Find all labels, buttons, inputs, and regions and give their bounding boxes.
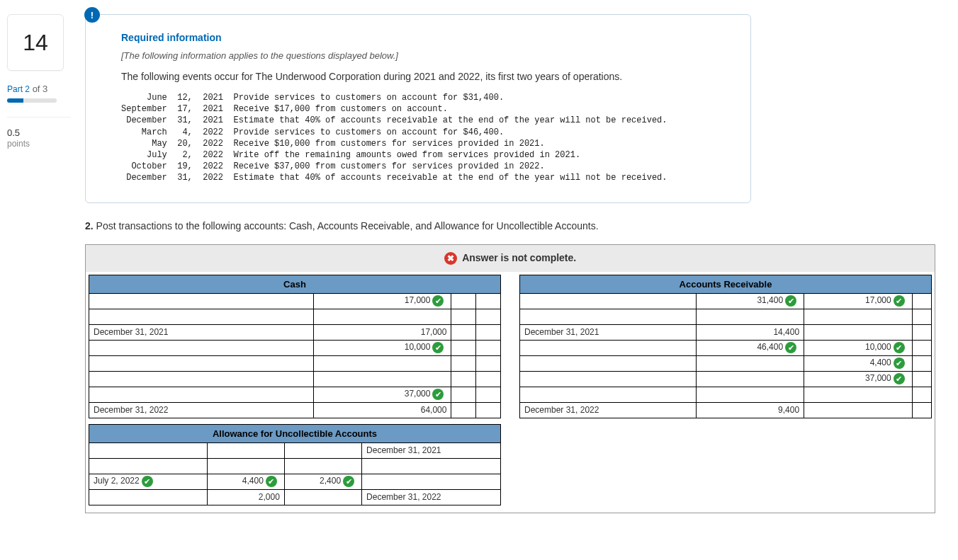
table: Allowance for Uncollectible AccountsDece…: [89, 424, 501, 505]
alert-icon: !: [84, 7, 100, 23]
credit-cell[interactable]: [451, 402, 476, 418]
points-value: 0.5: [7, 127, 85, 139]
debit-cell[interactable]: [207, 442, 284, 458]
credit-cell[interactable]: 37,000✔: [804, 371, 913, 387]
row-right-label[interactable]: [476, 340, 501, 355]
credit-cell[interactable]: [451, 340, 476, 355]
row-label[interactable]: July 2, 2022✔: [89, 474, 208, 489]
check-icon: ✔: [894, 295, 905, 307]
t-header: Allowance for Uncollectible Accounts: [89, 424, 501, 442]
debit-cell[interactable]: 9,400: [696, 402, 804, 418]
credit-cell[interactable]: [284, 442, 361, 458]
points-label: points: [7, 139, 85, 149]
taccounts-container: Cash17,000✔December 31, 202117,00010,000…: [85, 272, 935, 513]
check-icon: ✔: [432, 342, 444, 353]
debit-cell[interactable]: 37,000✔: [313, 387, 451, 402]
check-icon: ✔: [142, 476, 153, 487]
debit-cell[interactable]: 17,000: [313, 324, 451, 340]
row-label[interactable]: [89, 293, 314, 309]
credit-cell[interactable]: 10,000✔: [804, 340, 913, 355]
table: Cash17,000✔December 31, 202117,00010,000…: [89, 275, 501, 418]
row-label[interactable]: December 31, 2022: [520, 402, 697, 418]
row-right-label[interactable]: [476, 293, 501, 309]
row-right-label[interactable]: [362, 474, 501, 489]
progress-bar: [7, 98, 57, 103]
row-label[interactable]: [89, 442, 208, 458]
check-icon: ✔: [266, 476, 277, 487]
row-right-label[interactable]: [912, 355, 931, 371]
t-header: Accounts Receivable: [520, 275, 932, 293]
row-label[interactable]: [520, 340, 697, 355]
row-right-label[interactable]: [912, 371, 931, 387]
debit-cell[interactable]: 2,000: [207, 489, 284, 505]
x-icon: ✖: [444, 252, 457, 265]
t-header: Cash: [89, 275, 501, 293]
debit-cell[interactable]: 31,400✔: [696, 293, 804, 309]
row-right-label[interactable]: [476, 324, 501, 340]
check-icon: ✔: [894, 373, 905, 384]
check-icon: ✔: [785, 295, 796, 307]
debit-cell[interactable]: 46,400✔: [696, 340, 804, 355]
cash-taccount: Cash17,000✔December 31, 202117,00010,000…: [89, 275, 501, 505]
credit-cell[interactable]: [804, 402, 913, 418]
debit-cell[interactable]: 14,400: [696, 324, 804, 340]
answer-status-banner: ✖ Answer is not complete.: [85, 244, 935, 272]
row-right-label[interactable]: December 31, 2021: [362, 442, 501, 458]
ar-taccount: Accounts Receivable31,400✔17,000✔Decembe…: [519, 275, 932, 505]
debit-cell[interactable]: 10,000✔: [313, 340, 451, 355]
credit-cell[interactable]: [804, 324, 913, 340]
row-label[interactable]: [520, 293, 697, 309]
credit-cell[interactable]: [451, 324, 476, 340]
credit-cell[interactable]: [284, 489, 361, 505]
row-right-label[interactable]: [476, 387, 501, 402]
row-right-label[interactable]: [912, 402, 931, 418]
intro-text: The following events occur for The Under…: [121, 71, 722, 82]
row-right-label[interactable]: [912, 340, 931, 355]
debit-cell[interactable]: 17,000✔: [313, 293, 451, 309]
required-info-title: Required information: [121, 32, 722, 43]
row-label[interactable]: [89, 387, 314, 402]
check-icon: ✔: [343, 476, 354, 487]
table: Accounts Receivable31,400✔17,000✔Decembe…: [519, 275, 932, 418]
check-icon: ✔: [785, 342, 796, 353]
debit-cell[interactable]: 64,000: [313, 402, 451, 418]
required-info-box: ! Required information [The following in…: [85, 14, 751, 203]
part-of: of 3: [33, 84, 48, 94]
events-list: June 12, 2021 Provide services to custom…: [121, 92, 722, 184]
row-label[interactable]: December 31, 2021: [520, 324, 697, 340]
question-number-card: 14: [7, 14, 64, 71]
row-label[interactable]: [89, 340, 314, 355]
row-label[interactable]: December 31, 2022: [89, 402, 314, 418]
check-icon: ✔: [432, 389, 444, 400]
debit-cell[interactable]: [696, 371, 804, 387]
row-label[interactable]: [520, 355, 697, 371]
row-label[interactable]: [89, 489, 208, 505]
credit-cell[interactable]: [451, 387, 476, 402]
credit-cell[interactable]: 17,000✔: [804, 293, 913, 309]
credit-cell[interactable]: [451, 293, 476, 309]
left-sidebar: 14 Part 2 of 3 0.5 points: [7, 14, 85, 513]
row-label[interactable]: [520, 371, 697, 387]
row-right-label[interactable]: [912, 293, 931, 309]
row-right-label[interactable]: [476, 402, 501, 418]
row-label[interactable]: December 31, 2021: [89, 324, 314, 340]
credit-cell[interactable]: 4,400✔: [804, 355, 913, 371]
check-icon: ✔: [894, 358, 905, 369]
debit-cell[interactable]: 4,400✔: [207, 474, 284, 489]
check-icon: ✔: [894, 342, 905, 353]
row-right-label[interactable]: December 31, 2022: [362, 489, 501, 505]
row-right-label[interactable]: [912, 324, 931, 340]
credit-cell[interactable]: 2,400✔: [284, 474, 361, 489]
check-icon: ✔: [432, 295, 444, 307]
debit-cell[interactable]: [696, 355, 804, 371]
applies-note: [The following information applies to th…: [121, 50, 722, 61]
question-2-text: 2. Post transactions to the following ac…: [85, 220, 935, 232]
part-label: Part 2: [7, 84, 30, 94]
